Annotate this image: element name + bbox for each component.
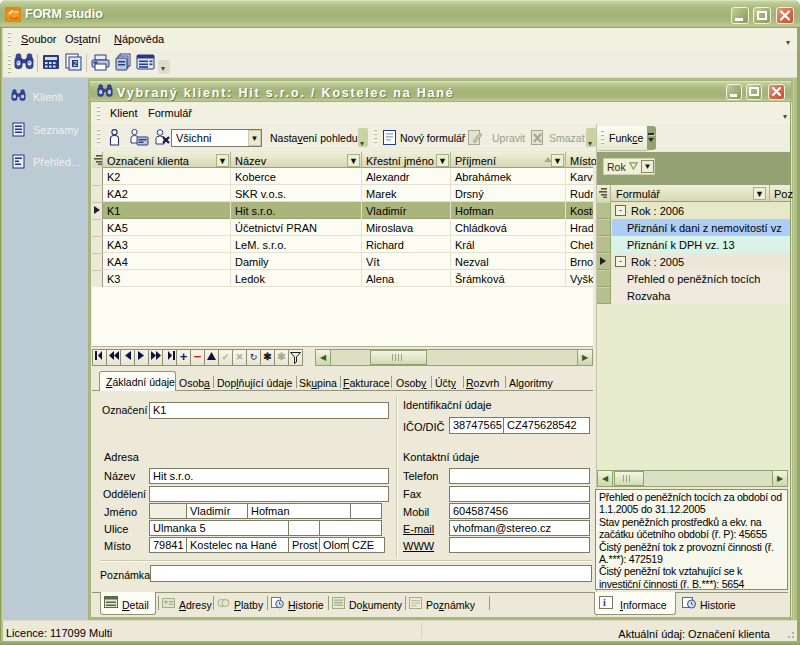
svg-text:2: 2 (73, 60, 77, 67)
